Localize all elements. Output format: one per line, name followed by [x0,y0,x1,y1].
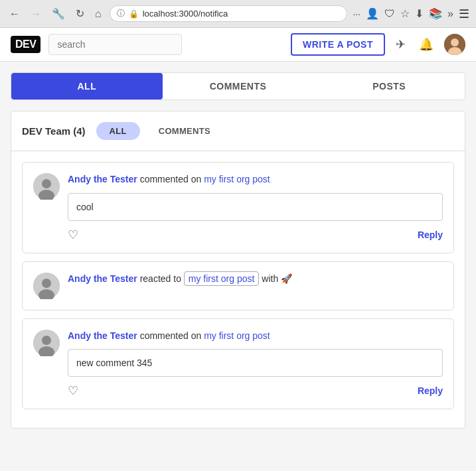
comment-box-3: new comment 345 [68,349,443,377]
send-icon[interactable]: ✈ [393,34,408,54]
svg-point-10 [42,336,51,345]
tab-all[interactable]: ALL [11,73,163,100]
overflow-icon[interactable]: » [447,8,453,20]
notif-post-link-2[interactable]: my first org post [184,271,260,286]
home-button[interactable]: ⌂ [92,7,104,21]
org-sub-tabs: ALL COMMENTS [96,122,224,140]
notif-actions-1: ♡ Reply [68,228,443,242]
notif-body-2: Andy the Tester reacted to my first org … [68,273,443,293]
section-divider [11,151,465,151]
app-header: DEV WRITE A POST ✈ 🔔 [0,28,476,62]
write-post-button[interactable]: WRITE A POST [291,33,385,56]
reply-button-1[interactable]: Reply [418,230,443,240]
notif-username-3[interactable]: Andy the Tester [68,330,137,341]
like-button-3[interactable]: ♡ [68,383,78,398]
notif-avatar-3 [33,330,60,356]
bell-icon[interactable]: 🔔 [416,34,436,54]
notif-username-2[interactable]: Andy the Tester [68,273,137,284]
url-text: localhost:3000/notifica [143,9,228,19]
notif-username-1[interactable]: Andy the Tester [68,174,137,184]
browser-menu-button[interactable]: ☰ [459,7,469,21]
filter-tabs: ALL COMMENTS POSTS [11,72,465,100]
lock-icon: 🔒 [129,9,139,19]
like-button-1[interactable]: ♡ [68,228,78,242]
tab-posts[interactable]: POSTS [313,73,465,100]
notif-post-link-3[interactable]: my first org post [204,330,270,341]
notif-actions-3: ♡ Reply [68,383,443,398]
download-icon[interactable]: ⬇ [415,7,424,20]
org-title: DEV Team (4) [22,125,86,137]
info-icon: ⓘ [117,8,125,19]
star-icon[interactable]: ☆ [400,7,410,20]
notif-header-3: Andy the Tester commented on my first or… [68,330,443,343]
notif-avatar-2 [33,273,60,299]
reply-button-3[interactable]: Reply [418,385,443,396]
notif-avatar [33,173,60,200]
comment-box-1: cool [68,193,443,221]
shield-icon[interactable]: 🛡 [384,8,395,20]
bookmarks-icon[interactable]: 📚 [429,7,442,20]
org-tab-comments[interactable]: COMMENTS [145,122,224,140]
notif-header-2: Andy the Tester reacted to my first org … [68,273,443,286]
address-bar[interactable]: ⓘ 🔒 localhost:3000/notifica [110,5,348,22]
profile-icon[interactable]: 👤 [366,7,379,20]
org-tab-all[interactable]: ALL [96,122,140,140]
forward-button[interactable]: → [28,7,44,21]
tools-button[interactable]: 🔧 [49,6,68,21]
main-content: ALL COMMENTS POSTS DEV Team (4) ALL COMM… [0,62,476,439]
back-button[interactable]: ← [7,7,23,21]
tab-comments[interactable]: COMMENTS [163,73,314,100]
notification-card: Andy the Tester commented on my first or… [22,162,454,253]
notif-body: Andy the Tester commented on my first or… [68,173,443,242]
svg-point-7 [42,279,51,288]
search-input[interactable] [48,34,182,55]
notif-header-1: Andy the Tester commented on my first or… [68,173,443,186]
browser-chrome: ← → 🔧 ↻ ⌂ ⓘ 🔒 localhost:3000/notifica ··… [0,0,476,28]
notification-card-3: Andy the Tester commented on my first or… [22,318,454,410]
notification-card-2: Andy the Tester reacted to my first org … [22,261,454,310]
notif-body-3: Andy the Tester commented on my first or… [68,330,443,399]
ellipsis-icon[interactable]: ··· [353,9,360,19]
svg-point-1 [451,38,459,46]
user-avatar[interactable] [444,34,465,55]
org-section: DEV Team (4) ALL COMMENTS Andy the Teste… [11,111,465,429]
org-filter-row: DEV Team (4) ALL COMMENTS [22,122,454,140]
notif-post-link-1[interactable]: my first org post [204,174,270,184]
svg-point-4 [42,179,51,188]
reload-button[interactable]: ↻ [73,6,87,21]
dev-logo[interactable]: DEV [11,36,40,53]
